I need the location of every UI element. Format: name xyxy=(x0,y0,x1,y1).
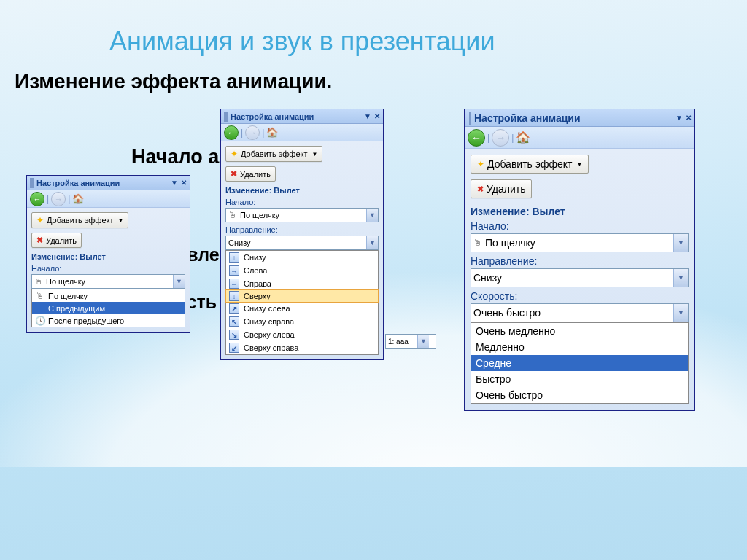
add-effect-button[interactable]: ✦Добавить эффект▼ xyxy=(471,155,589,174)
start-option[interactable]: С предыдущим xyxy=(32,302,185,314)
direction-option[interactable]: ←Справа xyxy=(226,277,378,290)
chevron-down-icon[interactable]: ▼ xyxy=(417,335,429,348)
pane-header: Настройка анимации ▼ ✕ xyxy=(27,176,190,190)
grip-icon xyxy=(468,112,471,125)
add-effect-button[interactable]: ✦Добавить эффект▼ xyxy=(31,212,128,228)
mouse-icon: 🖱 xyxy=(228,210,237,220)
start-combo[interactable]: 🖱 По щелчку ▼ xyxy=(471,233,689,252)
dropdown-icon[interactable]: ▼ xyxy=(364,112,371,120)
arrow-icon: ↗ xyxy=(229,303,239,314)
direction-option[interactable]: ↓Сверху xyxy=(225,289,379,303)
close-icon[interactable]: ✕ xyxy=(374,112,380,120)
home-icon[interactable]: 🏠 xyxy=(266,127,278,138)
direction-option[interactable]: ↗Снизу слева xyxy=(226,302,378,315)
task-pane-animation-3: Настройка анимации ▼ ✕ ← | → | 🏠 ✦Добави… xyxy=(464,109,695,411)
speed-option[interactable]: Очень медленно xyxy=(471,323,688,339)
nav-forward-icon[interactable]: → xyxy=(51,192,66,206)
direction-option[interactable]: ↖Снизу справа xyxy=(226,315,378,328)
close-icon[interactable]: ✕ xyxy=(181,179,187,187)
arrow-icon: ↖ xyxy=(229,316,239,327)
direction-combo[interactable]: Снизу ▼ xyxy=(225,236,379,250)
modify-label: Изменение: Вылет xyxy=(471,206,689,217)
chevron-down-icon[interactable]: ▼ xyxy=(366,236,378,249)
arrow-icon: ↙ xyxy=(229,343,239,353)
modify-label: Изменение: Вылет xyxy=(31,252,185,261)
speed-label: Скорость: xyxy=(471,290,689,302)
direction-dropdown[interactable]: ↑Снизу→Слева←Справа↓Сверху↗Снизу слева↖С… xyxy=(225,250,379,355)
speed-combo[interactable]: Очень быстро ▼ xyxy=(471,303,689,322)
start-label: Начало: xyxy=(225,198,379,206)
nav-back-icon[interactable]: ← xyxy=(468,129,485,147)
direction-combo[interactable]: Снизу ▼ xyxy=(471,268,689,287)
close-icon[interactable]: ✕ xyxy=(686,114,692,122)
slide-title: Анимация и звук в презентации xyxy=(109,26,495,57)
arrow-icon: ↘ xyxy=(229,330,239,340)
grip-icon xyxy=(30,178,34,188)
mouse-icon: 🖱 xyxy=(35,291,45,301)
remove-button[interactable]: ✖Удалить xyxy=(31,233,82,248)
star-icon: ✦ xyxy=(36,215,44,225)
chevron-down-icon[interactable]: ▼ xyxy=(673,269,688,287)
pane-header: Настройка анимации ▼ ✕ xyxy=(221,109,383,124)
add-effect-button[interactable]: ✦Добавить эффект▼ xyxy=(225,146,322,162)
direction-option[interactable]: ↑Снизу xyxy=(226,251,378,264)
direction-option[interactable]: →Слева xyxy=(226,264,378,277)
pane-title: Настройка анимации xyxy=(474,112,581,124)
effect-item[interactable]: 1: aaa ▼ xyxy=(385,334,436,349)
pane-header: Настройка анимации ▼ ✕ xyxy=(465,109,694,127)
star-icon: ✦ xyxy=(231,149,238,159)
delete-icon: ✖ xyxy=(477,184,484,194)
chevron-down-icon[interactable]: ▼ xyxy=(366,209,378,222)
pane-title: Настройка анимации xyxy=(231,112,314,121)
slide-subtitle: Изменение эффекта анимации. xyxy=(15,70,332,93)
arrow-icon: ↑ xyxy=(229,252,239,262)
delete-icon: ✖ xyxy=(231,169,237,179)
speed-dropdown[interactable]: Очень медленноМедленноСреднеБыстроОчень … xyxy=(471,322,689,404)
home-icon[interactable]: 🏠 xyxy=(72,193,84,204)
pane-nav: ← | → | 🏠 xyxy=(221,124,383,141)
remove-button[interactable]: ✖Удалить xyxy=(471,179,532,198)
chevron-down-icon[interactable]: ▼ xyxy=(173,275,185,288)
modify-label: Изменение: Вылет xyxy=(225,186,379,195)
chevron-down-icon[interactable]: ▼ xyxy=(673,234,688,252)
task-pane-animation-1: Настройка анимации ▼ ✕ ← | → | 🏠 ✦Добави… xyxy=(26,175,190,332)
mouse-icon: 🖱 xyxy=(473,238,482,248)
pane-title: Настройка анимации xyxy=(36,179,120,187)
nav-forward-icon[interactable]: → xyxy=(245,125,260,140)
dropdown-icon[interactable]: ▼ xyxy=(676,114,683,122)
direction-label: Направление: xyxy=(471,255,689,267)
delete-icon: ✖ xyxy=(36,236,43,245)
start-label: Начало: xyxy=(471,220,689,232)
start-combo[interactable]: 🖱 По щелчку ▼ xyxy=(31,274,185,289)
arrow-icon: ← xyxy=(229,279,239,289)
nav-forward-icon[interactable]: → xyxy=(492,129,509,147)
grip-icon xyxy=(224,112,228,122)
clock-icon: 🕓 xyxy=(35,316,45,326)
arrow-icon: → xyxy=(229,265,239,276)
speed-option[interactable]: Средне xyxy=(471,355,688,371)
home-icon[interactable]: 🏠 xyxy=(516,131,530,144)
start-option[interactable]: 🕓После предыдущего xyxy=(32,314,185,327)
start-dropdown[interactable]: 🖱По щелчкуС предыдущим🕓После предыдущего xyxy=(31,289,185,327)
speed-option[interactable]: Очень быстро xyxy=(471,387,688,403)
chevron-down-icon[interactable]: ▼ xyxy=(673,304,688,322)
mouse-icon: 🖱 xyxy=(34,276,43,287)
arrow-icon: ↓ xyxy=(229,291,239,301)
direction-option[interactable]: ↙Сверху справа xyxy=(226,341,378,354)
direction-label: Направление: xyxy=(225,225,379,234)
nav-back-icon[interactable]: ← xyxy=(224,125,239,140)
start-label: Начало: xyxy=(31,264,185,273)
dropdown-icon[interactable]: ▼ xyxy=(171,179,178,187)
pane-nav: ← | → | 🏠 xyxy=(465,127,694,149)
pane-nav: ← | → | 🏠 xyxy=(27,190,190,208)
direction-option[interactable]: ↘Сверху слева xyxy=(226,328,378,341)
nav-back-icon[interactable]: ← xyxy=(30,192,44,206)
speed-option[interactable]: Медленно xyxy=(471,339,688,355)
task-pane-animation-2: Настройка анимации ▼ ✕ ← | → | 🏠 ✦Добави… xyxy=(220,109,384,360)
remove-button[interactable]: ✖Удалить xyxy=(225,166,276,182)
star-icon: ✦ xyxy=(477,159,484,169)
start-combo[interactable]: 🖱 По щелчку ▼ xyxy=(225,208,379,222)
start-option[interactable]: 🖱По щелчку xyxy=(32,289,185,302)
speed-option[interactable]: Быстро xyxy=(471,371,688,387)
